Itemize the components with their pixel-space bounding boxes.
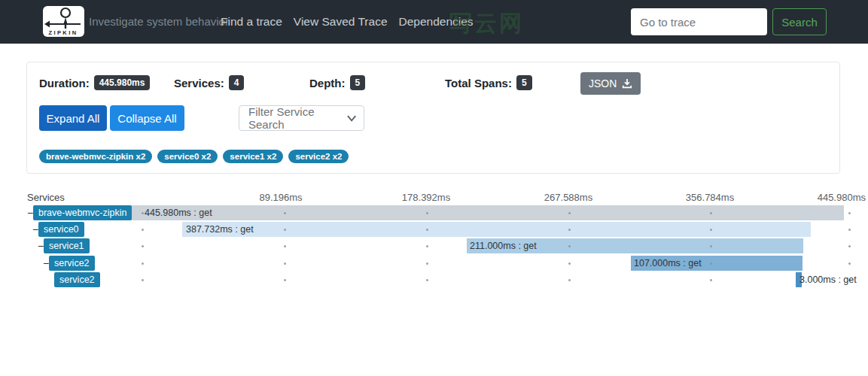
span-duration-label: 387.732ms : get (186, 222, 254, 237)
span-duration-label: 3.000ms : get (799, 272, 857, 287)
gridline-dot (142, 229, 144, 231)
service-name-box[interactable]: service1 (44, 238, 90, 253)
span-row: −brave-webmvc-zipkin445.980ms : get (0, 205, 868, 220)
svg-text:ZIPKIN: ZIPKIN (49, 29, 78, 36)
span-duration-bar[interactable] (182, 222, 811, 237)
download-icon (622, 78, 632, 89)
gridline-dot (568, 212, 571, 214)
span-row: −service2107.000ms : get (0, 256, 868, 271)
json-download-button[interactable]: JSON (580, 72, 641, 95)
gridline-dot (710, 212, 712, 214)
navbar-tagline: Investigate system behavior (89, 0, 229, 44)
service-pill-list: brave-webmvc-zipkin x2 service0 x2 servi… (39, 150, 349, 163)
gridline-dot (142, 279, 144, 281)
span-row: service23.000ms : get (0, 272, 868, 287)
gridline-dot (284, 262, 286, 265)
service-name-box[interactable]: service2 (54, 272, 100, 287)
service-pill[interactable]: brave-webmvc-zipkin x2 (39, 150, 152, 163)
nav-link-view-saved-trace[interactable]: View Saved Trace (294, 0, 388, 44)
timeline-tick: 178.392ms (402, 192, 450, 203)
stat-total-spans: Total Spans: 5 (445, 75, 532, 90)
gridline-dot (568, 262, 571, 265)
span-duration-label: 211.000ms : get (470, 238, 537, 253)
collapse-all-button[interactable]: Collapse All (110, 105, 184, 131)
stat-duration-label: Duration: (39, 77, 90, 89)
filter-service-search-label: Filter Service Search (248, 105, 347, 131)
stat-duration: Duration: 445.980ms (39, 75, 150, 90)
gridline-dot (284, 245, 286, 247)
chevron-down-icon (347, 115, 356, 122)
gridline-dot (284, 229, 286, 231)
watermark: 写云网 (449, 8, 524, 39)
gridline-dot (568, 229, 571, 231)
collapse-toggle[interactable]: − (43, 257, 49, 269)
span-duration-label: 107.000ms : get (634, 256, 702, 271)
go-to-trace-input[interactable] (631, 8, 767, 35)
timeline-tick: 445.980ms (818, 192, 866, 203)
stat-services-label: Services: (174, 77, 224, 89)
stat-depth-value: 5 (350, 75, 366, 90)
span-duration-label: 445.980ms : get (145, 205, 212, 220)
span-duration-bar[interactable] (121, 205, 844, 220)
service-name-box[interactable]: service0 (38, 222, 84, 237)
stat-total-spans-label: Total Spans: (445, 77, 512, 89)
service-pill[interactable]: service2 x2 (288, 150, 349, 163)
gridline-dot (568, 279, 571, 281)
stat-total-spans-value: 5 (516, 75, 532, 90)
service-pill[interactable]: service1 x2 (223, 150, 283, 163)
span-row: −service1211.000ms : get (0, 238, 868, 253)
collapse-toggle[interactable]: − (27, 207, 33, 219)
stat-services-value: 4 (229, 75, 245, 90)
gridline-dot (848, 262, 851, 265)
collapse-toggle[interactable]: − (38, 240, 44, 252)
gridline-dot (426, 245, 428, 247)
gridline-dot (710, 262, 712, 265)
stat-services: Services: 4 (174, 75, 244, 90)
timeline-header: Services 89.196ms 178.392ms 267.588ms 35… (0, 192, 868, 205)
stat-duration-value: 445.980ms (94, 75, 151, 90)
timeline-services-label: Services (27, 192, 65, 203)
gridline-dot (848, 212, 851, 214)
gridline-dot (284, 212, 286, 214)
gridline-dot (142, 212, 144, 214)
navbar-links: Find a trace View Saved Trace Dependenci… (221, 0, 474, 44)
zipkin-logo-icon: ZIPKIN (43, 6, 84, 37)
gridline-dot (848, 229, 851, 231)
span-row: −service0387.732ms : get (0, 222, 868, 237)
gridline-dot (426, 229, 428, 231)
gridline-dot (142, 262, 144, 265)
gridline-dot (848, 245, 851, 247)
trace-summary-card: Duration: 445.980ms Services: 4 Depth: 5… (26, 62, 840, 174)
gridline-dot (426, 279, 428, 281)
service-name-box[interactable]: service2 (49, 256, 95, 271)
timeline-tick: 356.784ms (686, 192, 734, 203)
gridline-dot (568, 245, 571, 247)
gridline-dot (710, 229, 712, 231)
timeline-tick: 89.196ms (259, 192, 302, 203)
filter-service-search-select[interactable]: Filter Service Search (239, 105, 364, 131)
search-button[interactable]: Search (772, 8, 827, 35)
gridline-dot (710, 245, 712, 247)
gridline-dot (426, 262, 428, 265)
stat-depth-label: Depth: (309, 77, 346, 89)
gridline-dot (426, 212, 428, 214)
json-button-label: JSON (589, 77, 617, 89)
nav-link-find-a-trace[interactable]: Find a trace (221, 0, 282, 44)
collapse-toggle[interactable]: − (32, 223, 38, 235)
gridline-dot (284, 279, 286, 281)
top-navbar: ZIPKIN Investigate system behavior Find … (0, 0, 868, 44)
expand-all-button[interactable]: Expand All (39, 105, 107, 131)
gridline-dot (710, 279, 712, 281)
timeline-tick: 267.588ms (544, 192, 592, 203)
service-pill[interactable]: service0 x2 (157, 150, 218, 163)
zipkin-logo[interactable]: ZIPKIN (43, 6, 84, 37)
stat-depth: Depth: 5 (309, 75, 365, 90)
trace-span-rows: −brave-webmvc-zipkin445.980ms : get −ser… (0, 205, 868, 291)
service-name-box[interactable]: brave-webmvc-zipkin (33, 205, 132, 220)
gridline-dot (142, 245, 144, 247)
